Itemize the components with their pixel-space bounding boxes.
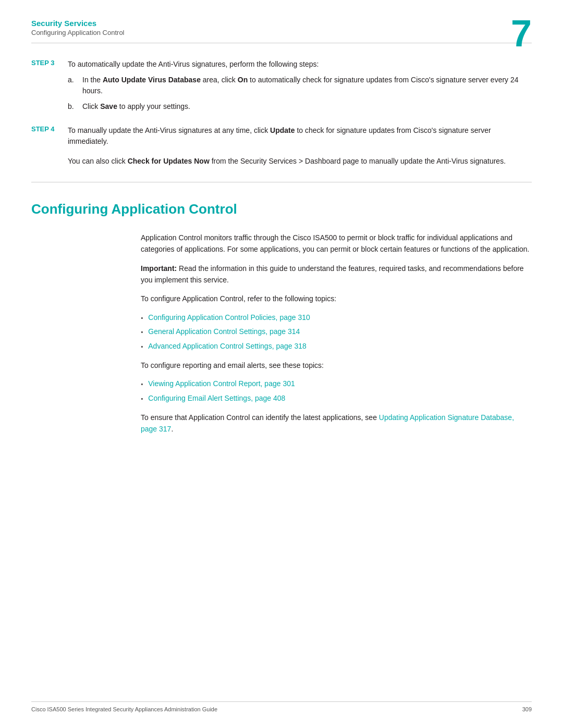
section-title: Security Services: [31, 19, 532, 28]
step-3-row: STEP 3 To automatically update the Anti-…: [31, 59, 532, 117]
link-general-settings[interactable]: General Application Control Settings, pa…: [148, 326, 300, 338]
list-item: Configuring Email Alert Settings, page 4…: [141, 393, 532, 404]
ensure-paragraph: To ensure that Application Control can i…: [141, 412, 532, 435]
step-4-check-bold: Check for Updates Now: [128, 157, 210, 165]
step-3a: a. In the Auto Update Virus Database are…: [68, 75, 532, 97]
configure-links-list: Configuring Application Control Policies…: [141, 312, 532, 352]
app-control-section: Configuring Application Control Applicat…: [31, 201, 532, 435]
step-3a-bold2: On: [238, 76, 248, 84]
important-text: Read the information in this guide to un…: [141, 264, 524, 284]
link-viewing-report[interactable]: Viewing Application Control Report, page…: [148, 378, 295, 390]
step-4-row: STEP 4 To manually update the Anti-Virus…: [31, 125, 532, 147]
link-app-control-policies[interactable]: Configuring Application Control Policies…: [148, 312, 310, 324]
list-item: Configuring Application Control Policies…: [141, 312, 532, 324]
link-email-alert[interactable]: Configuring Email Alert Settings, page 4…: [148, 393, 285, 404]
app-control-important: Important: Read the information in this …: [141, 263, 532, 286]
list-item: General Application Control Settings, pa…: [141, 326, 532, 338]
section-divider: [31, 182, 532, 182]
reporting-links-list: Viewing Application Control Report, page…: [141, 378, 532, 404]
step-3b-bold: Save: [100, 102, 117, 110]
step-4-update-bold: Update: [270, 126, 295, 134]
step-3-intro: To automatically update the Anti-Virus s…: [68, 59, 532, 70]
page-footer: Cisco ISA500 Series Integrated Security …: [31, 701, 532, 712]
app-control-intro: Application Control monitors traffic thr…: [141, 232, 532, 255]
step-3b-content: Click Save to apply your settings.: [82, 101, 532, 113]
ensure-text-before: To ensure that Application Control can i…: [141, 413, 379, 422]
important-label: Important:: [141, 264, 177, 273]
footer-left-text: Cisco ISA500 Series Integrated Security …: [31, 706, 217, 712]
list-item: Viewing Application Control Report, page…: [141, 378, 532, 390]
reporting-intro: To configure reporting and email alerts,…: [141, 360, 532, 371]
chapter-number: 7: [511, 15, 532, 52]
step-3a-bold1: Auto Update Virus Database: [103, 76, 201, 84]
configure-intro: To configure Application Control, refer …: [141, 293, 532, 304]
step-3-substeps: a. In the Auto Update Virus Database are…: [68, 75, 532, 113]
step-4-content: To manually update the Anti-Virus signat…: [68, 125, 532, 147]
link-advanced-settings[interactable]: Advanced Application Control Settings, p…: [148, 341, 307, 352]
step-3-content: To automatically update the Anti-Virus s…: [68, 59, 532, 117]
step-3-label: STEP 3: [31, 59, 68, 67]
step-3a-label: a.: [68, 75, 82, 86]
step-4-extra: You can also click Check for Updates Now…: [68, 156, 532, 167]
step-3b-label: b.: [68, 101, 82, 113]
app-control-content: Application Control monitors traffic thr…: [141, 232, 532, 435]
section-subtitle: Configuring Application Control: [31, 29, 532, 36]
step-3a-content: In the Auto Update Virus Database area, …: [82, 75, 532, 97]
footer-page-number: 309: [522, 706, 532, 712]
list-item: Advanced Application Control Settings, p…: [141, 341, 532, 352]
step-4-label: STEP 4: [31, 125, 68, 133]
ensure-text-after: .: [171, 425, 173, 433]
steps-section: STEP 3 To automatically update the Anti-…: [31, 59, 532, 167]
step-3b: b. Click Save to apply your settings.: [68, 101, 532, 113]
app-control-title: Configuring Application Control: [31, 201, 532, 217]
